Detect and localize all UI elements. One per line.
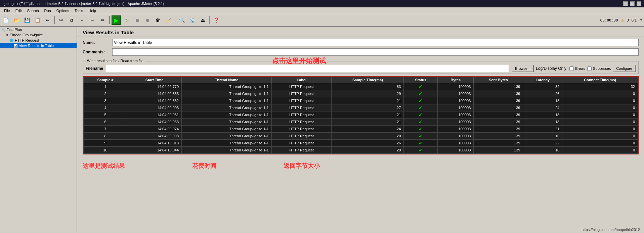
table-row: 10 14:04:10.044 Thread Group-ignite 1-1 … xyxy=(84,147,638,154)
remote-stop-button[interactable]: ⏏ xyxy=(198,15,207,25)
cell-status: ✔ xyxy=(404,90,438,97)
comments-input[interactable] xyxy=(112,48,639,56)
cell-status: ✔ xyxy=(404,119,438,126)
menu-file[interactable]: File xyxy=(1,8,13,13)
cell-starttime: 14:04:09.882 xyxy=(127,97,182,104)
cell-status: ✔ xyxy=(404,111,438,119)
maximize-button[interactable]: □ xyxy=(630,1,635,6)
cell-sentbytes: 139 xyxy=(474,140,523,147)
browse-button[interactable]: Browse... xyxy=(512,65,534,72)
start-button[interactable]: ▶ xyxy=(112,15,121,25)
filename-label: Filename xyxy=(86,66,103,71)
cell-sentbytes: 139 xyxy=(474,97,523,104)
table-row: 3 14:04:09.882 Thread Group-ignite 1-1 H… xyxy=(84,97,638,104)
cell-latency: 18 xyxy=(523,147,562,154)
cell-sentbytes: 139 xyxy=(474,83,523,90)
cell-bytes: 100903 xyxy=(438,126,474,133)
bottom-annotations: 这里是测试结果 花费时间 返回字节大小 xyxy=(77,156,644,173)
minimize-button[interactable]: _ xyxy=(623,1,628,6)
col-header-bytes: Bytes xyxy=(438,77,474,83)
sidebar-item-threadgroup[interactable]: ⚙ Thread Group-ignite xyxy=(0,32,77,38)
status-ok-icon: ✔ xyxy=(419,98,423,103)
clear-all-button[interactable]: 🧹 xyxy=(164,15,173,25)
threadgroup-icon: ⚙ xyxy=(5,33,8,37)
shutdown-button[interactable]: ⏺ xyxy=(143,15,152,25)
annotation-time-cost: 花费时间 xyxy=(192,162,216,170)
cell-sample: 3 xyxy=(84,97,127,104)
start-no-pause-button[interactable]: ▷ xyxy=(122,15,131,25)
form-section: Name: Comments: xyxy=(77,37,644,60)
cell-sentbytes: 139 xyxy=(474,133,523,140)
cell-starttime: 14:04:09.953 xyxy=(127,119,182,126)
new-button[interactable]: 📄 xyxy=(1,15,11,25)
table-row: 5 14:04:09.931 Thread Group-ignite 1-1 H… xyxy=(84,111,638,119)
sidebar-item-label-testplan: Test Plan xyxy=(7,28,22,32)
table-row: 7 14:04:09.974 Thread Group-ignite 1-1 H… xyxy=(84,126,638,133)
help-button[interactable]: ❓ xyxy=(211,15,221,25)
table-row: 4 14:04:09.903 Thread Group-ignite 1-1 H… xyxy=(84,104,638,111)
open-button[interactable]: 📂 xyxy=(12,15,21,25)
configure-button[interactable]: Configure xyxy=(613,65,636,72)
clear-button[interactable]: 🗑 xyxy=(153,15,163,25)
window-controls: _ □ ✕ xyxy=(623,1,641,6)
cell-sentbytes: 139 xyxy=(474,126,523,133)
status-ok-icon: ✔ xyxy=(419,133,423,139)
cell-bytes: 100903 xyxy=(438,104,474,111)
content-area: 点击这里开始测试 View Results in Table Name: Com… xyxy=(77,27,644,233)
cell-sample: 1 xyxy=(84,83,127,90)
settings-icon[interactable]: ⚙ xyxy=(639,18,643,22)
cell-bytes: 100903 xyxy=(438,147,474,154)
cell-starttime: 14:04:09.998 xyxy=(127,133,182,140)
menu-search[interactable]: Search xyxy=(25,8,42,13)
copy-button[interactable]: ⧉ xyxy=(67,15,76,25)
cut-button[interactable]: ✂ xyxy=(56,15,66,25)
cell-sampletime: 24 xyxy=(332,126,404,133)
stop-button[interactable]: ⏹ xyxy=(132,15,142,25)
cell-starttime: 14:04:09.931 xyxy=(127,111,182,119)
close-button[interactable]: ✕ xyxy=(637,1,641,6)
cell-sampletime: 21 xyxy=(332,111,404,119)
sidebar-item-testplan[interactable]: 🔧 Test Plan xyxy=(0,27,77,32)
cell-label: HTTP Request xyxy=(271,133,331,140)
remove-button[interactable]: − xyxy=(88,15,97,25)
menu-run[interactable]: Run xyxy=(42,8,54,13)
edit-button[interactable]: ✏ xyxy=(98,15,108,25)
sidebar-item-httprequest[interactable]: 🌐 HTTP Request xyxy=(0,38,77,43)
cell-sample: 4 xyxy=(84,104,127,111)
cell-status: ✔ xyxy=(404,147,438,154)
save-as-button[interactable]: 📋 xyxy=(33,15,42,25)
cell-status: ✔ xyxy=(404,104,438,111)
revert-button[interactable]: ↩ xyxy=(43,15,52,25)
menu-options[interactable]: Options xyxy=(54,8,72,13)
sidebar-item-viewresults[interactable]: 📊 View Results in Table xyxy=(0,43,77,48)
cell-threadname: Thread Group-ignite 1-1 xyxy=(182,140,272,147)
save-button[interactable]: 💾 xyxy=(22,15,32,25)
cell-connecttime: 0 xyxy=(562,90,638,97)
remote-start-button[interactable]: 📡 xyxy=(187,15,197,25)
add-button[interactable]: + xyxy=(77,15,87,25)
toolbar-separator-2 xyxy=(109,16,110,24)
name-input[interactable] xyxy=(112,39,639,46)
cell-sampletime: 27 xyxy=(332,104,404,111)
errors-checkbox[interactable] xyxy=(569,66,574,71)
menu-edit[interactable]: Edit xyxy=(13,8,25,13)
cell-bytes: 100903 xyxy=(438,140,474,147)
col-header-sample: Sample # xyxy=(84,77,127,83)
status-ok-icon: ✔ xyxy=(419,105,423,110)
sidebar-item-label-threadgroup: Thread Group-ignite xyxy=(10,33,43,37)
cell-label: HTTP Request xyxy=(271,111,331,119)
table-row: 1 14:04:09.770 Thread Group-ignite 1-1 H… xyxy=(84,83,638,90)
cell-sentbytes: 139 xyxy=(474,90,523,97)
cell-threadname: Thread Group-ignite 1-1 xyxy=(182,126,272,133)
cell-sampletime: 20 xyxy=(332,133,404,140)
table-row: 6 14:04:09.953 Thread Group-ignite 1-1 H… xyxy=(84,119,638,126)
filename-input[interactable] xyxy=(106,65,509,72)
cell-sentbytes: 139 xyxy=(474,119,523,126)
menu-tools[interactable]: Tools xyxy=(72,8,86,13)
cell-bytes: 100903 xyxy=(438,90,474,97)
menu-help[interactable]: Help xyxy=(86,8,99,13)
cell-label: HTTP Request xyxy=(271,147,331,154)
search-btn[interactable]: 🔍 xyxy=(177,15,186,25)
cell-sampletime: 21 xyxy=(332,97,404,104)
successes-checkbox[interactable] xyxy=(587,66,592,71)
